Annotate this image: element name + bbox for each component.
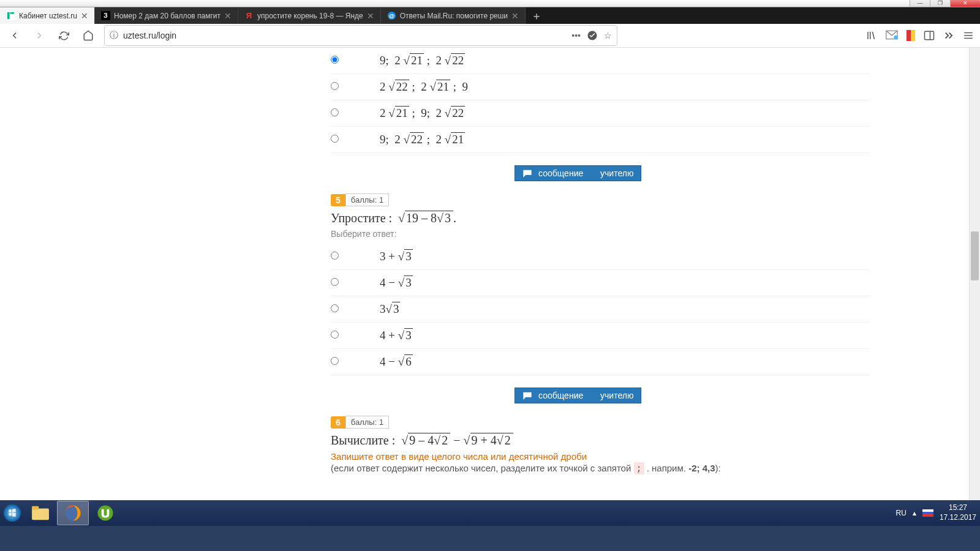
vertical-scrollbar[interactable]: [969, 48, 980, 500]
svg-rect-12: [925, 31, 934, 40]
svg-rect-14: [32, 509, 49, 520]
scroll-thumb[interactable]: [971, 231, 979, 280]
back-button[interactable]: [6, 27, 23, 44]
more-icon[interactable]: •••: [571, 31, 581, 40]
svg-rect-1: [7, 12, 10, 19]
option-text: 4 − 6: [380, 355, 413, 369]
svg-rect-20: [922, 514, 933, 517]
yandex-icon[interactable]: [907, 30, 915, 41]
bookmark-icon[interactable]: ☆: [604, 31, 612, 40]
svg-rect-19: [922, 512, 933, 514]
language-indicator[interactable]: RU: [896, 509, 907, 517]
tray-arrow-icon[interactable]: ▴: [913, 509, 916, 517]
radio-q5-1[interactable]: [331, 252, 339, 260]
tab-uztest[interactable]: Кабинет uztest.ru ✕: [0, 7, 95, 24]
pocket-icon[interactable]: [587, 30, 598, 41]
window-minimize[interactable]: —: [910, 0, 930, 7]
menu-icon[interactable]: [963, 30, 974, 41]
page-content: 9; 2 21 ; 2 22 2 22 ; 2 21 ; 9 2 21 ; 9;…: [0, 48, 980, 500]
home-button[interactable]: [80, 27, 97, 44]
favicon-yandex: Я: [244, 11, 254, 20]
q5-subtitle: Выберите ответ:: [331, 229, 870, 239]
q4-option-4[interactable]: 9; 2 22 ; 2 21: [331, 127, 870, 153]
option-text: 4 + 3: [380, 329, 413, 342]
svg-point-17: [98, 506, 113, 521]
q5-option-2[interactable]: 4 − 3: [331, 270, 870, 296]
sidebar-icon[interactable]: [924, 30, 935, 41]
tab-label: Кабинет uztest.ru: [19, 12, 77, 20]
address-bar[interactable]: ⓘ uztest.ru/login ••• ☆: [104, 25, 617, 46]
option-text: 33: [380, 302, 400, 316]
forward-button[interactable]: [31, 27, 48, 44]
tab-yandex[interactable]: Я упростите корень 19-8 — Янде ✕: [238, 7, 381, 24]
svg-rect-15: [32, 506, 39, 510]
tab-mailru[interactable]: @ Ответы Mail.Ru: помогите реши ✕: [381, 7, 526, 24]
mail-icon[interactable]: [886, 30, 898, 41]
favicon-znanija: З: [101, 11, 110, 20]
message-teacher-button[interactable]: сообщение учителю: [514, 165, 641, 181]
radio-q4-2[interactable]: [331, 82, 339, 90]
q5-title: Упростите : 19 – 83.: [331, 211, 870, 225]
system-tray: RU ▴ 15:27 17.12.2017: [896, 500, 976, 526]
q4-option-1[interactable]: 9; 2 21 ; 2 22: [331, 48, 870, 74]
start-button[interactable]: [0, 501, 24, 525]
option-text: 9; 2 21 ; 2 22: [380, 54, 465, 67]
option-text: 2 21 ; 9; 2 22: [380, 107, 465, 120]
clock[interactable]: 15:27 17.12.2017: [940, 503, 976, 522]
tab-close-icon[interactable]: ✕: [81, 11, 88, 21]
taskbar-firefox[interactable]: [57, 501, 89, 525]
radio-q5-2[interactable]: [331, 278, 339, 286]
radio-q5-4[interactable]: [331, 331, 339, 339]
svg-text:@: @: [389, 13, 394, 19]
flag-icon[interactable]: [922, 509, 933, 517]
tab-label: Ответы Mail.Ru: помогите реши: [400, 12, 508, 20]
radio-q5-3[interactable]: [331, 304, 339, 312]
question-points: баллы: 1: [345, 416, 389, 429]
tab-close-icon[interactable]: ✕: [367, 11, 374, 21]
reload-button[interactable]: [55, 27, 72, 44]
q5-option-4[interactable]: 4 + 3: [331, 323, 870, 349]
taskbar: RU ▴ 15:27 17.12.2017: [0, 500, 980, 526]
q5-header: 5 баллы: 1: [331, 193, 870, 206]
q5-option-1[interactable]: 3 + 3: [331, 244, 870, 270]
svg-rect-18: [922, 509, 933, 512]
tab-znanija[interactable]: З Номер 2 дам 20 баллов памгит ✕: [95, 7, 238, 24]
radio-q4-1[interactable]: [331, 56, 339, 64]
window-close[interactable]: ✕: [950, 0, 980, 7]
radio-q5-5[interactable]: [331, 357, 339, 365]
q6-header: 6 баллы: 1: [331, 416, 870, 429]
taskbar-explorer[interactable]: [25, 501, 56, 525]
svg-text:З: З: [104, 12, 107, 19]
svg-rect-2: [10, 12, 15, 14]
option-text: 9; 2 22 ; 2 21: [380, 133, 465, 146]
radio-q4-4[interactable]: [331, 135, 339, 143]
q6-title: Вычислите : 9 – 42 − 9 + 42: [331, 433, 870, 448]
radio-q4-3[interactable]: [331, 108, 339, 116]
q6-hint2: (если ответ содержит несколько чисел, ра…: [331, 463, 870, 474]
new-tab-button[interactable]: ＋: [526, 7, 548, 24]
taskbar-utorrent[interactable]: [90, 501, 121, 525]
svg-rect-11: [911, 30, 915, 41]
chat-icon: [522, 391, 532, 400]
q6-hint: Запишите ответ в виде целого числа или д…: [331, 451, 870, 462]
chat-icon: [522, 169, 532, 178]
q5-option-3[interactable]: 33: [331, 296, 870, 323]
favicon-mailru: @: [387, 11, 396, 20]
question-number: 5: [331, 194, 345, 206]
option-text: 4 − 3: [380, 276, 413, 290]
url-text: uztest.ru/login: [123, 31, 176, 40]
window-maximize[interactable]: ❐: [930, 0, 950, 7]
tab-close-icon[interactable]: ✕: [511, 11, 519, 21]
message-teacher-button[interactable]: сообщение учителю: [514, 388, 641, 403]
browser-tabstrip: Кабинет uztest.ru ✕ З Номер 2 дам 20 бал…: [0, 7, 980, 24]
overflow-icon[interactable]: [943, 30, 954, 41]
q4-option-2[interactable]: 2 22 ; 2 21 ; 9: [331, 74, 870, 100]
favicon-uztest: [6, 11, 15, 20]
question-number: 6: [331, 416, 345, 429]
svg-text:Я: Я: [246, 11, 252, 20]
q5-option-5[interactable]: 4 − 6: [331, 349, 870, 375]
tab-close-icon[interactable]: ✕: [224, 11, 232, 21]
library-icon[interactable]: [866, 30, 877, 41]
q4-option-3[interactable]: 2 21 ; 9; 2 22: [331, 100, 870, 127]
info-icon[interactable]: ⓘ: [110, 30, 118, 41]
